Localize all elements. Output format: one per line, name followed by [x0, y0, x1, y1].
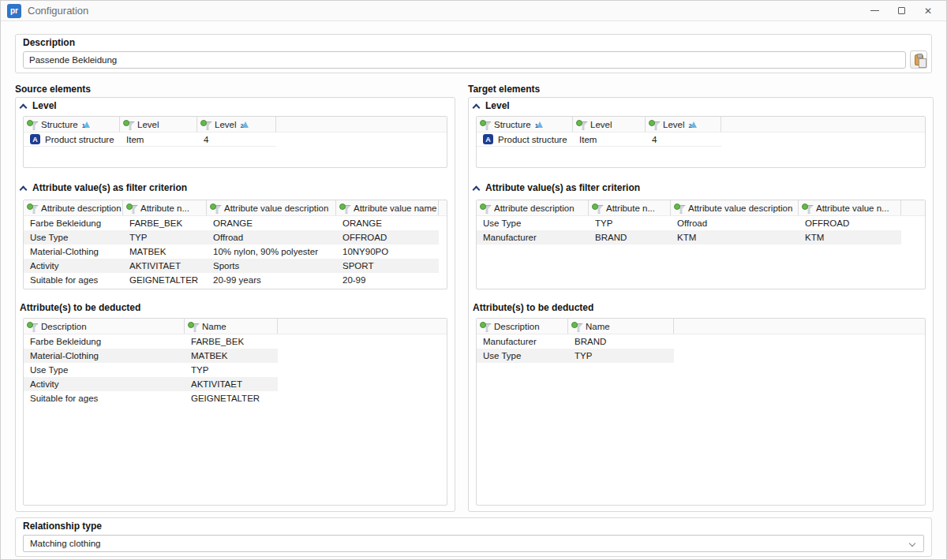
window-title: Configuration: [28, 5, 88, 17]
source-deduct-table: DescriptionNameFarbe BekleidungFARBE_BEK…: [23, 318, 447, 506]
cell-text: FARBE_BEK: [129, 218, 182, 228]
paste-button[interactable]: [910, 50, 927, 69]
column-header-label: Description: [41, 322, 87, 331]
minimize-button[interactable]: [861, 1, 888, 21]
column-header[interactable]: Name: [185, 319, 278, 334]
column-header[interactable]: Level: [120, 117, 197, 132]
source-deduct-section-header: Attribute(s) to be deducted: [20, 302, 140, 313]
target-level-section-header[interactable]: Level: [473, 100, 510, 111]
table-row[interactable]: AProduct structureItem4: [24, 133, 447, 147]
table-row[interactable]: Suitable for agesGEIGNETALTER: [24, 391, 447, 405]
column-header[interactable]: Attribute value name: [336, 200, 439, 215]
table-row[interactable]: ManufacturerBRANDKTMKTM: [477, 230, 925, 245]
filter-icon: [480, 120, 491, 129]
table-cell: Activity: [24, 259, 123, 273]
table-row[interactable]: AProduct structureItem4: [477, 133, 925, 147]
table-row[interactable]: Material-ClothingMATBEK10% nylon, 90% po…: [24, 245, 447, 259]
table-row[interactable]: Use TypeTYPOffroadOFFROAD: [477, 216, 925, 230]
column-header-label: Attribute n...: [140, 203, 189, 213]
column-header[interactable]: Level: [573, 117, 646, 132]
table-row[interactable]: Use TypeTYP: [477, 349, 925, 363]
column-header-label: Attribute value description: [688, 203, 792, 213]
table-cell: KTM: [799, 230, 901, 245]
column-header[interactable]: Structure1: [24, 117, 120, 132]
cell-text: Activity: [30, 379, 58, 389]
cell-text: AKTIVITAET: [129, 261, 181, 271]
table-row[interactable]: Use TypeTYP: [24, 363, 447, 377]
column-header-label: Attribute n...: [606, 203, 655, 213]
collapse-icon[interactable]: [20, 185, 27, 192]
table-cell: ORANGE: [207, 216, 336, 230]
description-input[interactable]: [23, 51, 906, 69]
table-cell: MATBEK: [123, 245, 207, 259]
filter-icon: [339, 203, 350, 213]
source-filter-section-header[interactable]: Attribute value(s) as filter criterion: [20, 182, 187, 193]
column-header[interactable]: Attribute description: [477, 200, 589, 215]
column-header[interactable]: Attribute description: [24, 200, 123, 215]
cell-text: BRAND: [575, 337, 606, 346]
table-header-row: Attribute descriptionAttribute n...Attri…: [477, 200, 925, 216]
maximize-button[interactable]: [888, 1, 915, 21]
target-elements-group: Level Structure1LevelLevel2AProduct stru…: [468, 97, 934, 512]
table-row[interactable]: ActivityAKTIVITAETSportsSPORT: [24, 259, 447, 273]
cell-text: Activity: [30, 261, 58, 271]
column-header[interactable]: Name: [568, 319, 674, 334]
collapse-icon[interactable]: [473, 103, 480, 110]
source-level-table: Structure1LevelLevel2AProduct structureI…: [23, 116, 447, 168]
column-header[interactable]: Structure1: [477, 117, 573, 132]
table-row[interactable]: Farbe BekleidungFARBE_BEKORANGEORANGE: [24, 216, 447, 230]
sort-indicator: 1: [84, 121, 91, 128]
relationship-type-group: Relationship type Matching clothing: [15, 517, 932, 557]
cell-text: Product structure: [45, 135, 114, 144]
cell-text: Material-Clothing: [30, 351, 99, 360]
cell-text: 20-99 years: [213, 275, 261, 285]
relationship-type-select[interactable]: Matching clothing: [23, 535, 924, 552]
table-cell: MATBEK: [185, 349, 278, 363]
cell-text: Material-Clothing: [30, 247, 99, 256]
filter-icon: [123, 120, 134, 129]
column-header[interactable]: Attribute n...: [123, 200, 207, 215]
column-header[interactable]: Description: [477, 319, 568, 334]
column-header[interactable]: Description: [24, 319, 185, 334]
cell-text: 10NY90PO: [342, 247, 388, 256]
section-title: Level: [32, 100, 57, 111]
section-title: Attribute(s) to be deducted: [473, 302, 593, 313]
cell-text: Suitable for ages: [30, 394, 98, 403]
source-level-section-header[interactable]: Level: [20, 100, 57, 111]
filter-icon: [480, 203, 491, 213]
table-row[interactable]: Material-ClothingMATBEK: [24, 349, 447, 363]
table-row[interactable]: Use TypeTYPOffroadOFFROAD: [24, 230, 447, 245]
cell-text: GEIGNETALTER: [191, 394, 260, 403]
column-header[interactable]: Level2: [646, 117, 721, 132]
table-cell: ORANGE: [336, 216, 439, 230]
cell-text: Suitable for ages: [30, 275, 98, 285]
target-filter-section-header[interactable]: Attribute value(s) as filter criterion: [473, 182, 640, 193]
minimize-icon: [870, 10, 879, 11]
close-button[interactable]: ✕: [915, 1, 941, 21]
chevron-down-icon: [909, 540, 917, 547]
column-header[interactable]: Attribute value description: [671, 200, 799, 215]
collapse-icon[interactable]: [20, 103, 27, 110]
table-row[interactable]: ManufacturerBRAND: [477, 334, 925, 349]
target-level-table: Structure1LevelLevel2AProduct structureI…: [476, 116, 926, 168]
table-cell: Manufacturer: [477, 230, 589, 245]
table-header-row: Structure1LevelLevel2: [24, 117, 447, 133]
cell-text: Manufacturer: [483, 233, 537, 242]
table-cell: Farbe Bekleidung: [24, 334, 185, 349]
cell-text: Item: [126, 135, 144, 144]
cell-text: AKTIVITAET: [191, 379, 242, 389]
column-header[interactable]: Attribute value description: [207, 200, 336, 215]
column-header[interactable]: Attribute value n...: [799, 200, 901, 215]
table-row[interactable]: Farbe BekleidungFARBE_BEK: [24, 334, 447, 349]
table-cell: Offroad: [671, 216, 799, 230]
column-header[interactable]: Level2: [197, 117, 276, 132]
collapse-icon[interactable]: [473, 185, 480, 192]
table-cell: 20-99 years: [207, 273, 336, 287]
cell-text: Use Type: [483, 218, 521, 228]
target-filter-table: Attribute descriptionAttribute n...Attri…: [476, 200, 926, 289]
table-row[interactable]: Suitable for agesGEIGNETALTER20-99 years…: [24, 273, 447, 287]
table-cell: Activity: [24, 377, 185, 391]
table-row[interactable]: ActivityAKTIVITAET: [24, 377, 447, 391]
column-header[interactable]: Attribute n...: [589, 200, 671, 215]
table-header-row: DescriptionName: [24, 319, 447, 334]
